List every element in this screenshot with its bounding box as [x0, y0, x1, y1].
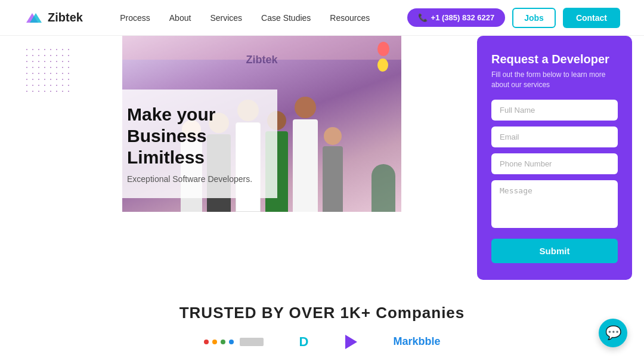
nav-about[interactable]: About	[169, 13, 191, 23]
form-title: Request a Developer	[491, 53, 618, 66]
trusted-logos: D Markbble	[24, 334, 620, 350]
hero-content: Make your Business Limitless Exceptional…	[24, 36, 465, 215]
person-5	[293, 97, 318, 212]
logo-link[interactable]: Zibtek	[24, 8, 83, 27]
hero-title: Make your Business Limitless	[127, 104, 261, 168]
email-input[interactable]	[491, 127, 618, 147]
hero-subtitle: Exceptional Software Developers.	[127, 174, 261, 184]
nav-resources[interactable]: Resources	[330, 13, 370, 23]
nav-services[interactable]: Services	[210, 13, 242, 23]
logo-text: Zibtek	[48, 11, 83, 24]
trusted-section: TRUSTED BY OVER 1K+ Companies D Markbble	[0, 280, 644, 362]
nav-case-studies[interactable]: Case Studies	[261, 13, 311, 23]
full-name-input[interactable]	[491, 100, 618, 121]
nav-process[interactable]: Process	[120, 13, 150, 23]
chat-icon: 💬	[605, 325, 621, 341]
hero-text-box: Make your Business Limitless Exceptional…	[110, 90, 277, 198]
navbar: Zibtek Process About Services Case Studi…	[0, 0, 644, 36]
company-logo-3	[345, 335, 357, 349]
contact-button[interactable]: Contact	[563, 8, 620, 28]
dots-decoration	[24, 47, 72, 94]
photo-banner: Zibtek	[246, 54, 277, 66]
plant-decor	[371, 164, 395, 212]
phone-input[interactable]	[491, 153, 618, 174]
jobs-button[interactable]: Jobs	[512, 8, 556, 28]
nav-links: Process About Services Case Studies Reso…	[120, 13, 370, 23]
chat-widget-button[interactable]: 💬	[599, 319, 627, 347]
balloon-decor	[377, 42, 389, 72]
message-textarea[interactable]	[491, 180, 618, 228]
phone-button[interactable]: 📞 +1 (385) 832 6227	[407, 8, 506, 27]
phone-icon: 📞	[418, 13, 428, 22]
person-6	[323, 127, 343, 212]
zibtek-logo-icon	[24, 8, 43, 27]
hero-section: Make your Business Limitless Exceptional…	[0, 36, 644, 280]
navbar-actions: 📞 +1 (385) 832 6227 Jobs Contact	[407, 8, 620, 28]
request-developer-form: Request a Developer Fill out the form be…	[477, 36, 632, 280]
company-logo-1	[204, 338, 264, 346]
submit-button[interactable]: Submit	[491, 239, 618, 263]
company-logo-4: Markbble	[393, 335, 440, 348]
phone-number: +1 (385) 832 6227	[431, 13, 495, 22]
company-logo-2: D	[299, 334, 310, 350]
form-description: Fill out the form below to learn more ab…	[491, 70, 618, 90]
trusted-title: TRUSTED BY OVER 1K+ Companies	[24, 304, 620, 322]
